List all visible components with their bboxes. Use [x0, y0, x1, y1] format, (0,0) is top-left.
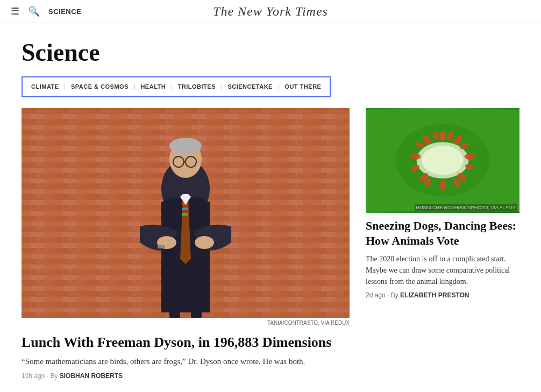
main-article-summary: “Some mathematicians are birds, others a…: [22, 355, 350, 368]
subnav-item-trilobites[interactable]: TRILOBITES: [178, 83, 216, 90]
side-article-dot: ·: [387, 291, 391, 299]
svg-rect-16: [182, 208, 188, 210]
person-illustration: [22, 108, 350, 318]
sub-navigation-wrapper: CLIMATE | SPACE & COSMOS | HEALTH | TRIL…: [22, 76, 331, 97]
svg-rect-17: [182, 213, 188, 216]
nav-separator-2: |: [134, 83, 135, 91]
insect-illustration: [366, 108, 519, 213]
main-article-by: By: [50, 372, 58, 380]
svg-rect-22: [169, 307, 180, 318]
svg-rect-23: [191, 307, 202, 318]
page-title: Science: [22, 39, 519, 67]
nav-separator-5: |: [278, 83, 279, 91]
svg-point-31: [465, 153, 475, 160]
side-article-summary: The 2020 election is off to a complicate…: [366, 253, 519, 287]
site-logo[interactable]: The New York Times: [213, 4, 328, 19]
side-article-meta: 2d ago · By ELIZABETH PRESTON: [366, 291, 519, 299]
svg-point-29: [441, 134, 444, 139]
menu-icon[interactable]: ☰: [11, 5, 19, 17]
main-article-image-credit: TANIA/CONTRASTO, VIA REDUX: [22, 318, 350, 328]
side-article-by: By: [391, 291, 398, 299]
subnav-item-health[interactable]: HEALTH: [140, 83, 166, 90]
subnav-item-space-cosmos[interactable]: SPACE & COSMOS: [71, 83, 129, 90]
nav-separator-1: |: [65, 83, 66, 91]
brick-background: [22, 108, 350, 318]
search-icon[interactable]: 🔍: [28, 5, 40, 17]
nav-separator-3: |: [171, 83, 172, 91]
page-header: Science: [0, 23, 541, 67]
svg-point-11: [169, 138, 202, 154]
side-article-title[interactable]: Sneezing Dogs, Dancing Bees: How Animals…: [366, 218, 519, 249]
main-article-meta: 19h ago · By SIOBHAN ROBERTS: [22, 372, 350, 380]
side-article-author[interactable]: ELIZABETH PRESTON: [400, 291, 469, 299]
sub-navigation: CLIMATE | SPACE & COSMOS | HEALTH | TRIL…: [31, 83, 321, 91]
subnav-item-climate[interactable]: CLIMATE: [31, 83, 59, 90]
svg-point-19: [195, 236, 214, 249]
side-article-image: HUSNI CHE NGAH/BIOSPHOTO, VIA ALAMY: [366, 108, 519, 213]
main-article-time: 19h ago: [22, 372, 45, 380]
main-article: TANIA/CONTRASTO, VIA REDUX Lunch With Fr…: [22, 108, 350, 380]
main-article-image: [22, 108, 350, 318]
subnav-item-out-there[interactable]: OUT THERE: [284, 83, 321, 90]
svg-rect-20: [158, 245, 165, 248]
nav-separator-4: |: [221, 83, 222, 91]
svg-point-33: [439, 180, 446, 190]
svg-point-35: [410, 153, 421, 160]
section-label[interactable]: SCIENCE: [48, 8, 81, 16]
nav-left-group: ☰ 🔍 SCIENCE: [11, 5, 81, 17]
svg-point-27: [422, 146, 463, 175]
subnav-item-sciencetake[interactable]: SCIENCETAKE: [227, 83, 273, 90]
main-article-title[interactable]: Lunch With Freeman Dyson, in 196,883 Dim…: [22, 333, 350, 352]
side-article-time: 2d ago: [366, 291, 386, 299]
side-article: HUSNI CHE NGAH/BIOSPHOTO, VIA ALAMY Snee…: [366, 108, 519, 380]
side-article-image-credit: HUSNI CHE NGAH/BIOSPHOTO, VIA ALAMY: [415, 204, 517, 211]
main-content: TANIA/CONTRASTO, VIA REDUX Lunch With Fr…: [0, 97, 541, 390]
main-article-author[interactable]: SIOBHAN ROBERTS: [60, 372, 123, 380]
top-navigation: ☰ 🔍 SCIENCE The New York Times: [0, 0, 541, 23]
